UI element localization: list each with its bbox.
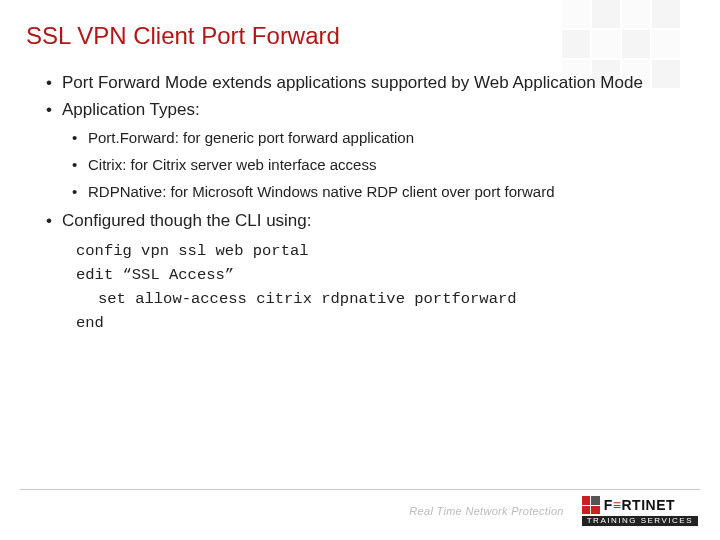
list-item: Citrix: for Citrix server web interface … xyxy=(72,155,680,175)
cli-code-block: config vpn ssl web portal edit “SSL Acce… xyxy=(62,239,680,335)
list-item: Port Forward Mode extends applications s… xyxy=(46,72,680,95)
footer: Real Time Network Protection F≡RTINET TR… xyxy=(409,496,698,526)
logo-mark-icon xyxy=(582,496,600,514)
list-item: Configured though the CLI using: config … xyxy=(46,210,680,335)
list-item: Port.Forward: for generic port forward a… xyxy=(72,128,680,148)
content-area: Port Forward Mode extends applications s… xyxy=(0,50,720,335)
list-item: RDPNative: for Microsoft Windows native … xyxy=(72,182,680,202)
bullet-list: Port Forward Mode extends applications s… xyxy=(46,72,680,335)
fortinet-logo: F≡RTINET TRAINING SERVICES xyxy=(582,496,698,526)
bullet-text: Citrix: for Citrix server web interface … xyxy=(88,156,376,173)
code-line: set allow-access citrix rdpnative portfo… xyxy=(76,287,680,311)
divider xyxy=(20,489,700,490)
code-line: end xyxy=(76,311,680,335)
bullet-text: Application Types: xyxy=(62,100,200,119)
bullet-text: Configured though the CLI using: xyxy=(62,211,312,230)
code-line: edit “SSL Access” xyxy=(76,263,680,287)
bullet-text: Port.Forward: for generic port forward a… xyxy=(88,129,414,146)
list-item: Application Types: Port.Forward: for gen… xyxy=(46,99,680,203)
logo-subtitle: TRAINING SERVICES xyxy=(582,516,698,526)
code-line: config vpn ssl web portal xyxy=(76,239,680,263)
logo-wordmark: F≡RTINET xyxy=(604,498,675,512)
tagline: Real Time Network Protection xyxy=(409,505,563,517)
bullet-text: Port Forward Mode extends applications s… xyxy=(62,73,643,92)
sub-bullet-list: Port.Forward: for generic port forward a… xyxy=(62,128,680,203)
bullet-text: RDPNative: for Microsoft Windows native … xyxy=(88,183,555,200)
